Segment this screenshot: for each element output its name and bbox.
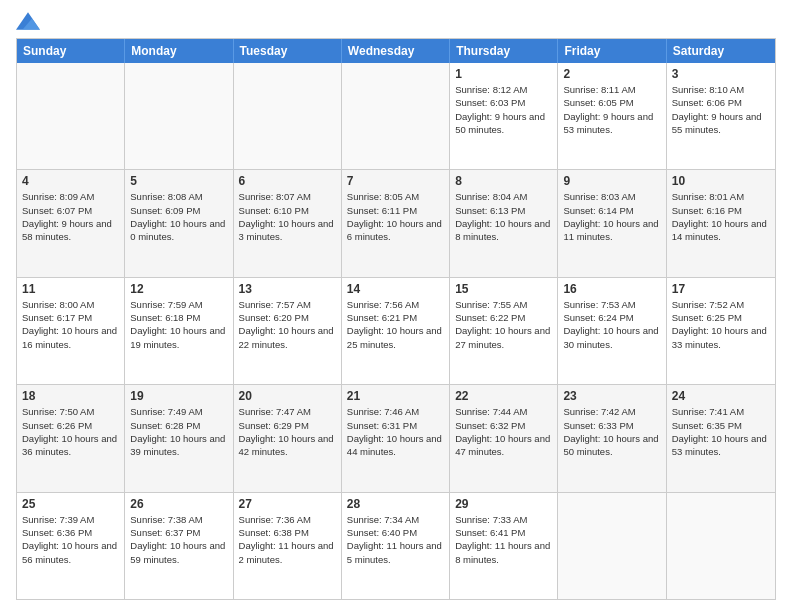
calendar-cell: 19Sunrise: 7:49 AM Sunset: 6:28 PM Dayli… bbox=[125, 385, 233, 491]
calendar-cell bbox=[234, 63, 342, 169]
calendar-cell: 18Sunrise: 7:50 AM Sunset: 6:26 PM Dayli… bbox=[17, 385, 125, 491]
day-number: 17 bbox=[672, 282, 770, 296]
day-info: Sunrise: 7:59 AM Sunset: 6:18 PM Dayligh… bbox=[130, 298, 227, 351]
calendar-cell: 6Sunrise: 8:07 AM Sunset: 6:10 PM Daylig… bbox=[234, 170, 342, 276]
day-number: 13 bbox=[239, 282, 336, 296]
calendar-header-cell: Tuesday bbox=[234, 39, 342, 63]
day-number: 8 bbox=[455, 174, 552, 188]
calendar-header-row: SundayMondayTuesdayWednesdayThursdayFrid… bbox=[17, 39, 775, 63]
calendar-week-row: 18Sunrise: 7:50 AM Sunset: 6:26 PM Dayli… bbox=[17, 385, 775, 492]
day-number: 27 bbox=[239, 497, 336, 511]
calendar-cell: 22Sunrise: 7:44 AM Sunset: 6:32 PM Dayli… bbox=[450, 385, 558, 491]
day-number: 19 bbox=[130, 389, 227, 403]
day-info: Sunrise: 7:44 AM Sunset: 6:32 PM Dayligh… bbox=[455, 405, 552, 458]
day-info: Sunrise: 8:08 AM Sunset: 6:09 PM Dayligh… bbox=[130, 190, 227, 243]
calendar-cell: 26Sunrise: 7:38 AM Sunset: 6:37 PM Dayli… bbox=[125, 493, 233, 599]
day-info: Sunrise: 7:42 AM Sunset: 6:33 PM Dayligh… bbox=[563, 405, 660, 458]
calendar-cell: 5Sunrise: 8:08 AM Sunset: 6:09 PM Daylig… bbox=[125, 170, 233, 276]
calendar-cell: 7Sunrise: 8:05 AM Sunset: 6:11 PM Daylig… bbox=[342, 170, 450, 276]
calendar-header-cell: Monday bbox=[125, 39, 233, 63]
day-number: 22 bbox=[455, 389, 552, 403]
header bbox=[16, 12, 776, 30]
calendar-week-row: 4Sunrise: 8:09 AM Sunset: 6:07 PM Daylig… bbox=[17, 170, 775, 277]
day-info: Sunrise: 8:04 AM Sunset: 6:13 PM Dayligh… bbox=[455, 190, 552, 243]
calendar-body: 1Sunrise: 8:12 AM Sunset: 6:03 PM Daylig… bbox=[17, 63, 775, 599]
calendar-cell: 11Sunrise: 8:00 AM Sunset: 6:17 PM Dayli… bbox=[17, 278, 125, 384]
calendar-cell: 1Sunrise: 8:12 AM Sunset: 6:03 PM Daylig… bbox=[450, 63, 558, 169]
calendar-header-cell: Friday bbox=[558, 39, 666, 63]
day-info: Sunrise: 7:50 AM Sunset: 6:26 PM Dayligh… bbox=[22, 405, 119, 458]
calendar-week-row: 11Sunrise: 8:00 AM Sunset: 6:17 PM Dayli… bbox=[17, 278, 775, 385]
day-number: 29 bbox=[455, 497, 552, 511]
calendar-cell: 13Sunrise: 7:57 AM Sunset: 6:20 PM Dayli… bbox=[234, 278, 342, 384]
calendar-cell: 15Sunrise: 7:55 AM Sunset: 6:22 PM Dayli… bbox=[450, 278, 558, 384]
logo-icon bbox=[16, 12, 40, 30]
day-number: 20 bbox=[239, 389, 336, 403]
logo bbox=[16, 12, 44, 30]
calendar-cell: 21Sunrise: 7:46 AM Sunset: 6:31 PM Dayli… bbox=[342, 385, 450, 491]
calendar-cell: 17Sunrise: 7:52 AM Sunset: 6:25 PM Dayli… bbox=[667, 278, 775, 384]
day-number: 2 bbox=[563, 67, 660, 81]
calendar-header-cell: Thursday bbox=[450, 39, 558, 63]
calendar-cell: 16Sunrise: 7:53 AM Sunset: 6:24 PM Dayli… bbox=[558, 278, 666, 384]
day-number: 7 bbox=[347, 174, 444, 188]
day-info: Sunrise: 7:33 AM Sunset: 6:41 PM Dayligh… bbox=[455, 513, 552, 566]
calendar-cell: 4Sunrise: 8:09 AM Sunset: 6:07 PM Daylig… bbox=[17, 170, 125, 276]
day-number: 10 bbox=[672, 174, 770, 188]
calendar-cell: 3Sunrise: 8:10 AM Sunset: 6:06 PM Daylig… bbox=[667, 63, 775, 169]
day-info: Sunrise: 7:39 AM Sunset: 6:36 PM Dayligh… bbox=[22, 513, 119, 566]
calendar-cell bbox=[125, 63, 233, 169]
day-number: 5 bbox=[130, 174, 227, 188]
calendar-header-cell: Sunday bbox=[17, 39, 125, 63]
day-number: 1 bbox=[455, 67, 552, 81]
calendar-header-cell: Saturday bbox=[667, 39, 775, 63]
calendar-cell: 24Sunrise: 7:41 AM Sunset: 6:35 PM Dayli… bbox=[667, 385, 775, 491]
day-info: Sunrise: 7:56 AM Sunset: 6:21 PM Dayligh… bbox=[347, 298, 444, 351]
day-number: 16 bbox=[563, 282, 660, 296]
calendar-week-row: 1Sunrise: 8:12 AM Sunset: 6:03 PM Daylig… bbox=[17, 63, 775, 170]
day-info: Sunrise: 7:55 AM Sunset: 6:22 PM Dayligh… bbox=[455, 298, 552, 351]
calendar-cell: 27Sunrise: 7:36 AM Sunset: 6:38 PM Dayli… bbox=[234, 493, 342, 599]
day-number: 21 bbox=[347, 389, 444, 403]
calendar-cell bbox=[667, 493, 775, 599]
day-info: Sunrise: 7:47 AM Sunset: 6:29 PM Dayligh… bbox=[239, 405, 336, 458]
day-number: 4 bbox=[22, 174, 119, 188]
calendar-header-cell: Wednesday bbox=[342, 39, 450, 63]
calendar-cell: 9Sunrise: 8:03 AM Sunset: 6:14 PM Daylig… bbox=[558, 170, 666, 276]
calendar-cell: 14Sunrise: 7:56 AM Sunset: 6:21 PM Dayli… bbox=[342, 278, 450, 384]
calendar-cell: 12Sunrise: 7:59 AM Sunset: 6:18 PM Dayli… bbox=[125, 278, 233, 384]
day-number: 11 bbox=[22, 282, 119, 296]
calendar-cell bbox=[558, 493, 666, 599]
calendar: SundayMondayTuesdayWednesdayThursdayFrid… bbox=[16, 38, 776, 600]
day-info: Sunrise: 8:00 AM Sunset: 6:17 PM Dayligh… bbox=[22, 298, 119, 351]
day-info: Sunrise: 8:11 AM Sunset: 6:05 PM Dayligh… bbox=[563, 83, 660, 136]
day-number: 24 bbox=[672, 389, 770, 403]
day-info: Sunrise: 7:34 AM Sunset: 6:40 PM Dayligh… bbox=[347, 513, 444, 566]
calendar-cell: 2Sunrise: 8:11 AM Sunset: 6:05 PM Daylig… bbox=[558, 63, 666, 169]
day-number: 9 bbox=[563, 174, 660, 188]
day-number: 14 bbox=[347, 282, 444, 296]
day-number: 15 bbox=[455, 282, 552, 296]
day-info: Sunrise: 8:01 AM Sunset: 6:16 PM Dayligh… bbox=[672, 190, 770, 243]
day-number: 26 bbox=[130, 497, 227, 511]
day-info: Sunrise: 8:10 AM Sunset: 6:06 PM Dayligh… bbox=[672, 83, 770, 136]
day-number: 25 bbox=[22, 497, 119, 511]
day-info: Sunrise: 7:41 AM Sunset: 6:35 PM Dayligh… bbox=[672, 405, 770, 458]
calendar-cell: 25Sunrise: 7:39 AM Sunset: 6:36 PM Dayli… bbox=[17, 493, 125, 599]
calendar-cell: 23Sunrise: 7:42 AM Sunset: 6:33 PM Dayli… bbox=[558, 385, 666, 491]
calendar-cell: 28Sunrise: 7:34 AM Sunset: 6:40 PM Dayli… bbox=[342, 493, 450, 599]
calendar-cell: 10Sunrise: 8:01 AM Sunset: 6:16 PM Dayli… bbox=[667, 170, 775, 276]
calendar-cell bbox=[17, 63, 125, 169]
day-info: Sunrise: 7:53 AM Sunset: 6:24 PM Dayligh… bbox=[563, 298, 660, 351]
day-info: Sunrise: 7:36 AM Sunset: 6:38 PM Dayligh… bbox=[239, 513, 336, 566]
calendar-cell: 20Sunrise: 7:47 AM Sunset: 6:29 PM Dayli… bbox=[234, 385, 342, 491]
calendar-cell: 8Sunrise: 8:04 AM Sunset: 6:13 PM Daylig… bbox=[450, 170, 558, 276]
calendar-week-row: 25Sunrise: 7:39 AM Sunset: 6:36 PM Dayli… bbox=[17, 493, 775, 599]
day-info: Sunrise: 8:05 AM Sunset: 6:11 PM Dayligh… bbox=[347, 190, 444, 243]
day-info: Sunrise: 7:46 AM Sunset: 6:31 PM Dayligh… bbox=[347, 405, 444, 458]
day-number: 18 bbox=[22, 389, 119, 403]
calendar-cell bbox=[342, 63, 450, 169]
day-info: Sunrise: 8:12 AM Sunset: 6:03 PM Dayligh… bbox=[455, 83, 552, 136]
day-info: Sunrise: 8:07 AM Sunset: 6:10 PM Dayligh… bbox=[239, 190, 336, 243]
day-number: 12 bbox=[130, 282, 227, 296]
